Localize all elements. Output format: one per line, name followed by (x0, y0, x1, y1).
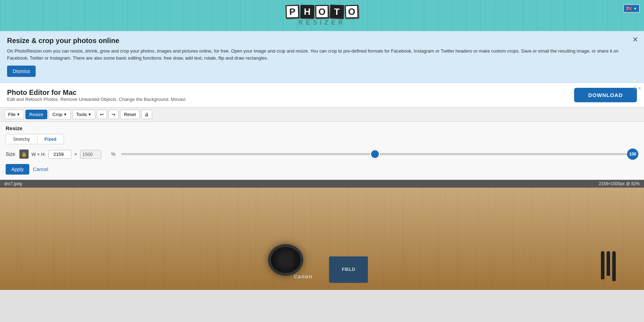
resize-panel: Resize Stretchy Fixed Size 🔒 W × H: × % … (0, 122, 644, 180)
toolbar: File ▼ Resize Crop ▼ Tools ▼ ↩ ↪ Reset 🖨 (0, 108, 644, 122)
info-banner-body: On PhotoResizer.com you can resize, shri… (7, 48, 637, 61)
cancel-button[interactable]: Cancel (33, 166, 48, 172)
info-banner: Resize & crop your photos online On Phot… (0, 31, 644, 83)
percent-label: % (111, 151, 115, 157)
resize-label: Resize (29, 112, 43, 117)
logo: P H O T O RESIZER (286, 5, 358, 26)
tools-label: Tools (76, 112, 87, 117)
tab-stretchy[interactable]: Stretchy (6, 134, 37, 144)
print-button[interactable]: 🖨 (141, 110, 152, 119)
file-chevron-icon: ▼ (17, 113, 20, 116)
wxh-label: W × H: (31, 152, 46, 157)
file-label: File (8, 112, 16, 117)
chevron-down-icon: ▼ (633, 7, 637, 11)
canon-text: Canon (294, 274, 313, 279)
pen-1 (601, 251, 604, 279)
pen-2 (607, 251, 610, 276)
logo-photo: P H O T O (286, 5, 358, 18)
resize-tabs: Stretchy Fixed (6, 134, 638, 144)
apply-button[interactable]: Apply (6, 164, 29, 175)
ad-banner: Photo Editor for Mac Edit and Retouch Ph… (0, 83, 644, 108)
field-book: FIELD (329, 256, 368, 283)
close-banner-button[interactable]: ✕ (632, 35, 638, 44)
camera-lens (268, 244, 303, 276)
reset-button[interactable]: Reset (120, 110, 140, 119)
action-row: Apply Cancel (6, 164, 638, 175)
tab-fixed[interactable]: Fixed (37, 134, 64, 144)
field-text: FIELD (342, 266, 355, 273)
logo-letter-t: T (330, 5, 344, 18)
resize-slider[interactable] (121, 153, 631, 155)
crop-label: Crop (53, 112, 62, 117)
file-menu-button[interactable]: File ▼ (4, 110, 24, 119)
size-label: Size (6, 151, 15, 157)
tools-menu-button[interactable]: Tools ▼ (72, 110, 95, 119)
logo-letter-o2: O (345, 5, 358, 18)
ad-banner-text: Photo Editor for Mac Edit and Retouch Ph… (7, 89, 185, 102)
image-info-bar: dro7.jpeg 2159×1500px @ 82% (0, 180, 644, 188)
size-row: Size 🔒 W × H: × % 100 (6, 148, 638, 160)
header: P H O T O RESIZER 🇬🇧 ▼ (0, 0, 644, 31)
height-input[interactable] (80, 150, 101, 159)
image-dimensions: 2159×1500px @ 82% (599, 181, 640, 186)
flag-icon: 🇬🇧 (626, 6, 632, 11)
pen-3 (612, 251, 616, 281)
crop-chevron-icon: ▼ (64, 113, 67, 116)
redo-button[interactable]: ↪ (108, 110, 119, 119)
ad-download-button[interactable]: DOWNLOAD (574, 88, 637, 102)
dismiss-button[interactable]: Dismiss (7, 66, 36, 77)
image-filename: dro7.jpeg (4, 181, 22, 186)
language-selector[interactable]: 🇬🇧 ▼ (623, 4, 640, 13)
image-canvas: Canon FIELD (0, 188, 644, 290)
ad-close-button[interactable]: ⓘ ✕ (633, 86, 641, 91)
ad-subtitle: Edit and Retouch Photos. Remove Unwanted… (7, 97, 185, 102)
crop-menu-button[interactable]: Crop ▼ (49, 110, 71, 119)
lock-icon[interactable]: 🔒 (19, 150, 29, 159)
wood-texture (0, 188, 644, 290)
resize-panel-title: Resize (6, 125, 638, 131)
undo-button[interactable]: ↩ (97, 110, 107, 119)
logo-letter-h: H (300, 5, 314, 18)
logo-letter-o: O (315, 5, 329, 18)
logo-letter-p: P (285, 5, 299, 18)
x-separator: × (74, 151, 77, 157)
resize-button[interactable]: Resize (25, 110, 47, 119)
camera-body: Canon (294, 274, 313, 279)
slider-container (121, 153, 631, 155)
info-banner-title: Resize & crop your photos online (7, 37, 637, 45)
tools-chevron-icon: ▼ (88, 113, 91, 116)
ad-title: Photo Editor for Mac (7, 89, 185, 97)
width-input[interactable] (48, 150, 71, 159)
pens (601, 251, 616, 281)
logo-resizer: RESIZER (298, 19, 346, 26)
